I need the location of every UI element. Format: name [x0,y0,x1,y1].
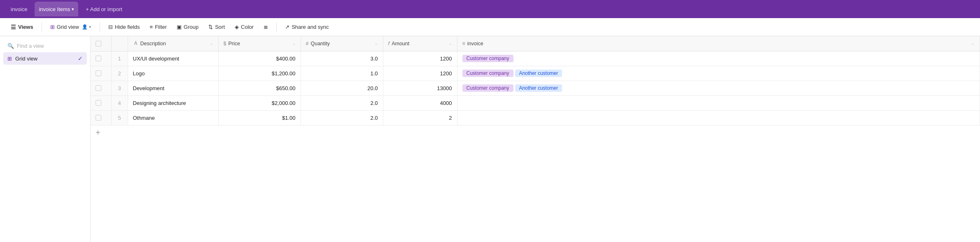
toolbar-divider-2 [100,22,100,32]
grid-view-label: Grid view [57,24,79,30]
grid-icon: ⊞ [50,24,55,30]
row-invoice[interactable] [457,110,980,125]
table-row[interactable]: 5Othmane$1.002.02 [91,110,980,125]
row-description[interactable]: UX/UI development [128,51,218,66]
row-invoice[interactable]: Customer company [457,51,980,66]
col-sort-icon: ⌄ [210,41,213,46]
row-checkbox-cell[interactable] [91,81,111,95]
group-label: Group [184,24,198,30]
invoice-tag[interactable]: Another customer [515,70,562,77]
col-qty-sort-icon: ⌄ [374,41,378,46]
tab-invoice-items[interactable]: invoice Items ▾ [35,2,78,16]
row-checkbox[interactable] [96,56,101,61]
hide-fields-button[interactable]: ⊟ Hide fields [104,22,144,32]
table-area[interactable]: Ａ Description ⌄ $ Price ⌄ [91,36,980,242]
toolbar: ☰ Views ⊞ Grid view 👤 ▾ ⊟ Hide fields ≡ … [0,18,980,36]
hide-icon: ⊟ [108,24,113,30]
hide-fields-label: Hide fields [115,24,140,30]
invoice-tag[interactable]: Customer company [462,55,513,62]
share-sync-button[interactable]: ↗ Share and sync [281,22,333,32]
hash-icon: # [306,41,309,47]
invoice-tag[interactable]: Another customer [515,84,562,92]
find-view-search[interactable]: 🔍 Find a view [3,40,87,51]
add-row-button[interactable]: + [91,126,980,140]
toolbar-divider-1 [42,22,42,32]
row-checkbox-cell[interactable] [91,95,111,110]
table-row[interactable]: 2Logo$1,200.001.01200Customer companyAno… [91,66,980,81]
views-button[interactable]: ☰ Views [7,22,37,33]
row-height-icon: ≣ [264,24,268,30]
row-price[interactable]: $1.00 [218,110,301,125]
row-description[interactable]: Designing architecture [128,95,218,110]
row-description[interactable]: Logo [128,66,218,81]
row-description[interactable]: Othmane [128,110,218,125]
row-checkbox-cell[interactable] [91,110,111,125]
views-label: Views [18,24,33,30]
row-number: 1 [111,51,128,66]
share-icon: ↗ [285,24,289,30]
row-amount[interactable]: 4000 [383,95,457,110]
row-price[interactable]: $400.00 [218,51,301,66]
row-number: 5 [111,110,128,125]
checkmark-icon: ✓ [78,55,83,62]
header-checkbox[interactable] [96,41,101,47]
main-content: 🔍 Find a view ⊞ Grid view ✓ [0,36,980,242]
row-quantity[interactable]: 2.0 [301,95,383,110]
filter-label: Filter [155,24,167,30]
col-header-amount[interactable]: f Amount ⌄ [383,36,457,51]
grid-view-icon: ⊞ [7,56,12,62]
row-quantity[interactable]: 2.0 [301,110,383,125]
row-amount[interactable]: 1200 [383,66,457,81]
col-header-description[interactable]: Ａ Description ⌄ [128,36,218,51]
table-row[interactable]: 4Designing architecture$2,000.002.04000 [91,95,980,110]
row-invoice[interactable]: Customer companyAnother customer [457,81,980,95]
col-header-checkbox[interactable] [91,36,111,51]
text-icon: Ａ [133,40,138,47]
row-price[interactable]: $650.00 [218,81,301,95]
row-checkbox[interactable] [96,115,101,121]
col-description-label: Description [140,41,166,47]
tab-invoice-label: invoice [11,6,27,12]
row-quantity[interactable]: 1.0 [301,66,383,81]
add-import-button[interactable]: + Add or import [80,4,128,15]
tab-bar: invoice invoice Items ▾ + Add or import [0,0,980,18]
row-checkbox-cell[interactable] [91,51,111,66]
row-height-button[interactable]: ≣ [259,22,272,32]
group-button[interactable]: ▣ Group [173,22,203,32]
dollar-icon: $ [224,41,226,47]
tab-invoice[interactable]: invoice [5,2,33,16]
row-checkbox[interactable] [96,100,101,106]
grid-view-button[interactable]: ⊞ Grid view 👤 ▾ [46,22,96,32]
table-row[interactable]: 1UX/UI development$400.003.01200Customer… [91,51,980,66]
row-quantity[interactable]: 3.0 [301,51,383,66]
sidebar-item-grid-view[interactable]: ⊞ Grid view ✓ [3,52,87,65]
col-price-sort-icon: ⌄ [292,41,296,46]
table-row[interactable]: 3Development$650.0020.013000Customer com… [91,81,980,95]
row-price[interactable]: $1,200.00 [218,66,301,81]
color-button[interactable]: ◈ Color [231,22,258,32]
invoice-tag[interactable]: Customer company [462,70,513,77]
row-description[interactable]: Development [128,81,218,95]
col-header-quantity[interactable]: # Quantity ⌄ [301,36,383,51]
row-invoice[interactable] [457,95,980,110]
row-amount[interactable]: 2 [383,110,457,125]
row-amount[interactable]: 1200 [383,51,457,66]
row-quantity[interactable]: 20.0 [301,81,383,95]
row-price[interactable]: $2,000.00 [218,95,301,110]
row-checkbox-cell[interactable] [91,66,111,81]
row-invoice[interactable]: Customer companyAnother customer [457,66,980,81]
data-table: Ａ Description ⌄ $ Price ⌄ [91,36,980,126]
row-number: 3 [111,81,128,95]
color-label: Color [241,24,254,30]
hamburger-icon: ☰ [11,24,16,30]
invoice-tag[interactable]: Customer company [462,84,513,92]
formula-icon: f [388,40,390,47]
link-icon: ≡ [462,41,465,47]
sort-button[interactable]: ⇅ Sort [204,22,229,32]
col-header-invoice[interactable]: ≡ invoice ⌄ [457,36,980,51]
row-checkbox[interactable] [96,85,101,91]
row-amount[interactable]: 13000 [383,81,457,95]
col-header-price[interactable]: $ Price ⌄ [218,36,301,51]
row-checkbox[interactable] [96,70,101,76]
filter-button[interactable]: ≡ Filter [146,22,171,32]
